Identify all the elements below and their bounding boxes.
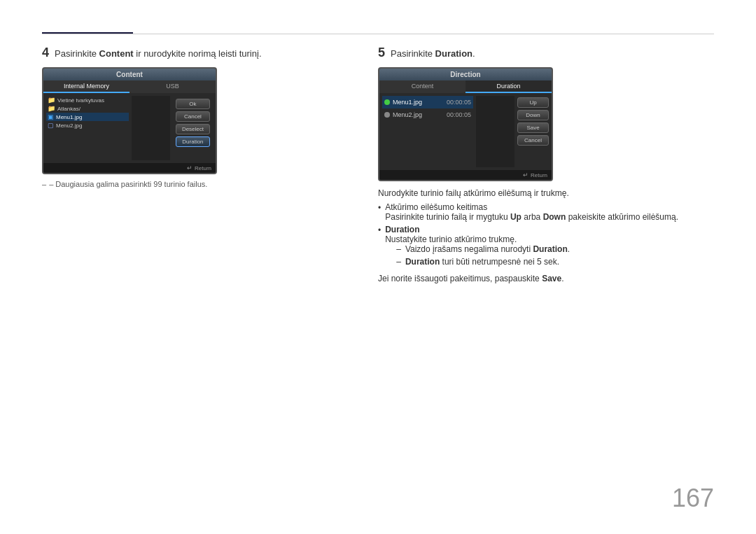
direction-preview <box>476 96 514 167</box>
left-section: 4Pasirinkite Content ir nurodykite norim… <box>42 45 357 188</box>
up-button[interactable]: Up <box>517 97 549 108</box>
step5-number: 5 <box>378 45 385 59</box>
direction-body: Menu1.jpg 00:00:05 Menu2.jpg 00:00:05 Up… <box>379 93 552 170</box>
list-item-menu2[interactable]: Menu2.jpg 00:00:05 <box>382 108 473 121</box>
bullet-duration-sub: Nustatykite turinio atkūrimo trukmę. <box>385 234 570 244</box>
folder-icon: 📁 <box>48 97 55 104</box>
return-icon: ↵ <box>523 171 528 178</box>
bullet-section: • Atkūrimo eilėšumo keitimas Pasirinkite… <box>378 202 714 269</box>
save-line: Jei norite išsaugoti pakeitimus, paspaus… <box>378 274 714 283</box>
bullet-order-label: Atkūrimo eilėšumo keitimas <box>385 202 678 212</box>
content-body: 📁 Vietinė tvarkytuvas 📁 Atlankas/ ▣ Menu… <box>43 93 216 163</box>
save-button[interactable]: Save <box>517 122 549 133</box>
down-button[interactable]: Down <box>517 110 549 120</box>
bullet-order: • Atkūrimo eilėšumo keitimas Pasirinkite… <box>378 202 714 222</box>
ok-button[interactable]: Ok <box>176 99 210 109</box>
sub-bullet-1: – Vaizdo įrašams negalima nurodyti Durat… <box>385 244 570 254</box>
content-screen-title: Content <box>43 69 216 80</box>
list-item-menu1[interactable]: Menu1.jpg 00:00:05 <box>382 96 473 108</box>
content-buttons: Ok Cancel Deselect Duration <box>173 96 213 160</box>
bullet-dot: • <box>378 203 381 213</box>
status-dot-green <box>384 99 390 105</box>
file-check-icon: ▣ <box>48 113 54 120</box>
tab-duration[interactable]: Duration <box>465 80 552 93</box>
list-item[interactable]: 📁 Atlankas/ <box>46 104 129 113</box>
direction-screen-footer: ↵ Return <box>379 170 552 180</box>
tab-content[interactable]: Content <box>379 80 465 93</box>
bullet-duration: • Duration Nustatykite turinio atkūrimo … <box>378 225 714 269</box>
content-tab-usb[interactable]: USB <box>130 80 216 93</box>
direction-screen: Direction Content Duration Menu1.jpg 00:… <box>378 67 553 181</box>
direction-buttons: Up Down Save Cancel <box>517 96 549 167</box>
file-icon: ▢ <box>48 122 54 129</box>
step5-body: Nurodykite turinio failų atkūrimo eilėšu… <box>378 188 714 283</box>
page-number: 167 <box>672 484 714 513</box>
top-divider-line <box>42 34 714 34</box>
bullet-duration-label: Duration <box>385 225 570 234</box>
step4-label: 4Pasirinkite Content ir nurodykite norim… <box>42 45 357 60</box>
cancel-button[interactable]: Cancel <box>517 135 549 146</box>
direction-tabs: Content Duration <box>379 80 552 93</box>
step5-label: 5Pasirinkite Duration. <box>378 45 714 60</box>
content-screen-footer: ↵ Return <box>43 163 216 173</box>
content-file-list: 📁 Vietinė tvarkytuvas 📁 Atlankas/ ▣ Menu… <box>46 96 129 160</box>
list-item[interactable]: 📁 Vietinė tvarkytuvas <box>46 96 129 104</box>
body-intro: Nurodykite turinio failų atkūrimo eilėšu… <box>378 188 714 198</box>
right-section: 5Pasirinkite Duration. Direction Content… <box>378 45 714 283</box>
content-preview <box>132 96 170 160</box>
return-icon: ↵ <box>187 164 192 171</box>
status-dot-gray <box>384 112 390 118</box>
sub-bullet-2: – Duration turi būti netrumpesnė nei 5 s… <box>385 257 570 267</box>
direction-screen-title: Direction <box>379 69 552 80</box>
content-tab-internal[interactable]: Internal Memory <box>43 80 130 93</box>
step4-number: 4 <box>42 45 49 59</box>
step4-note: –– Daugiausia galima pasirinkti 99 turin… <box>42 180 357 188</box>
content-tabs: Internal Memory USB <box>43 80 216 93</box>
list-item-selected[interactable]: ▣ Menu1.jpg <box>46 113 129 121</box>
list-item[interactable]: ▢ Menu2.jpg <box>46 121 129 129</box>
direction-list: Menu1.jpg 00:00:05 Menu2.jpg 00:00:05 <box>382 96 473 167</box>
bullet-order-sub: Pasirinkite turinio failą ir mygtuku Up … <box>385 212 678 222</box>
bullet-dot: • <box>378 225 381 235</box>
deselect-button[interactable]: Deselect <box>176 124 210 134</box>
content-screen: Content Internal Memory USB 📁 Vietinė tv… <box>42 67 217 174</box>
folder-icon: 📁 <box>48 105 55 112</box>
duration-button[interactable]: Duration <box>176 136 210 147</box>
cancel-button[interactable]: Cancel <box>176 111 210 122</box>
